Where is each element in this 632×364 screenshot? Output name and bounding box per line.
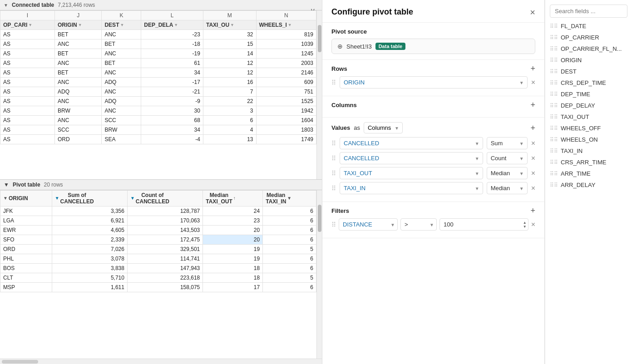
- pivot-cell[interactable]: 2,339: [52, 235, 127, 244]
- pivot-cell[interactable]: 20: [203, 235, 263, 244]
- filter-field-select[interactable]: DISTANCE: [339, 218, 398, 231]
- values-add-button[interactable]: +: [530, 124, 535, 132]
- value-field-select-1[interactable]: CANCELLED: [340, 137, 483, 149]
- sheet-cell[interactable]: 819: [256, 30, 316, 39]
- field-list-item[interactable]: ⠿⠿DEP_TIME: [545, 89, 632, 100]
- values-as-select[interactable]: Columns Rows: [364, 122, 403, 133]
- sheet-cell[interactable]: AS: [0, 78, 55, 87]
- field-list-item[interactable]: ⠿⠿OP_CARRIER: [545, 32, 632, 43]
- pivot-col-sum-cancelled[interactable]: ▼ Sum ofCANCELLED: [52, 190, 127, 206]
- sheet-cell[interactable]: 22: [203, 97, 256, 106]
- sheet-cell[interactable]: 16: [203, 78, 256, 87]
- col-header-origin[interactable]: ORIGIN▼: [55, 20, 102, 30]
- search-fields-input[interactable]: [550, 5, 627, 18]
- value-field-select-4[interactable]: TAXI_IN: [340, 182, 483, 194]
- pivot-scrollbar[interactable]: [316, 190, 322, 359]
- field-list-item[interactable]: ⠿⠿FL_DATE: [545, 20, 632, 32]
- filters-add-button[interactable]: +: [530, 207, 535, 215]
- sheet-cell[interactable]: BET: [55, 30, 102, 39]
- sheet-cell[interactable]: -9: [141, 97, 203, 106]
- pivot-cell[interactable]: 172,475: [127, 235, 202, 244]
- pivot-cell[interactable]: 170,063: [127, 216, 202, 225]
- pivot-source-box[interactable]: ⊕ Sheet1!I3 Data table: [331, 39, 535, 54]
- sheet-cell[interactable]: 609: [256, 78, 316, 87]
- field-list-item[interactable]: ⠿⠿TAXI_OUT: [545, 111, 632, 123]
- filter-remove-button[interactable]: ×: [531, 221, 535, 228]
- sheet-cell[interactable]: AS: [0, 87, 55, 97]
- col-header-wheels-off[interactable]: WHEELS_I▼: [256, 20, 316, 30]
- sheet-cell[interactable]: ANC: [102, 106, 141, 116]
- sheet-cell[interactable]: 12: [203, 59, 256, 68]
- spinner-down-icon[interactable]: ▼: [523, 225, 527, 228]
- sheet-cell[interactable]: ADQ: [102, 78, 141, 87]
- pivot-cell[interactable]: 329,501: [127, 244, 202, 254]
- sheet-cell[interactable]: ORD: [55, 135, 102, 144]
- agg-select-1[interactable]: Sum Count Median: [487, 137, 528, 149]
- sheet-cell[interactable]: SCC: [102, 116, 141, 125]
- sheet-cell[interactable]: BET: [102, 59, 141, 68]
- sheet-cell[interactable]: 2003: [256, 59, 316, 68]
- rows-field-select[interactable]: ORIGIN: [340, 76, 528, 89]
- sheet-cell[interactable]: BET: [55, 68, 102, 78]
- col-header-taxi-out[interactable]: TAXI_OU▼: [203, 20, 256, 30]
- sheet-cell[interactable]: 14: [203, 49, 256, 59]
- rows-drag-handle[interactable]: ⠿: [331, 79, 336, 86]
- field-list-item[interactable]: ⠿⠿CRS_DEP_TIME: [545, 77, 632, 89]
- sheet-cell[interactable]: AS: [0, 59, 55, 68]
- sheet-cell[interactable]: ADQ: [102, 97, 141, 106]
- sheet-cell[interactable]: ANC: [102, 30, 141, 39]
- filter-value-spinner[interactable]: ▲ ▼: [523, 221, 527, 228]
- pivot-cell[interactable]: PHL: [0, 254, 52, 263]
- field-list-item[interactable]: ⠿⠿ARR_TIME: [545, 168, 632, 179]
- pivot-cell[interactable]: 6: [263, 216, 316, 225]
- sheet-cell[interactable]: ANC: [102, 49, 141, 59]
- sheet-cell[interactable]: SCC: [55, 125, 102, 135]
- pivot-cell[interactable]: 24: [203, 206, 263, 216]
- field-list-item[interactable]: ⠿⠿CRS_ARR_TIME: [545, 157, 632, 168]
- pivot-cell[interactable]: 4,605: [52, 225, 127, 235]
- field-list-item[interactable]: ⠿⠿DEST: [545, 66, 632, 77]
- sheet-cell[interactable]: AS: [0, 106, 55, 116]
- value-field-select-2[interactable]: CANCELLED: [340, 152, 483, 164]
- pivot-cell[interactable]: 6: [263, 263, 316, 273]
- sheet-cell[interactable]: 34: [141, 125, 203, 135]
- sheet-cell[interactable]: 1942: [256, 106, 316, 116]
- pivot-cell[interactable]: 5,710: [52, 273, 127, 282]
- pivot-cell[interactable]: BOS: [0, 263, 52, 273]
- spinner-up-icon[interactable]: ▲: [523, 221, 527, 224]
- pivot-cell[interactable]: 17: [203, 282, 263, 292]
- sheet-cell[interactable]: -21: [141, 87, 203, 97]
- field-list-item[interactable]: ⠿⠿ORIGIN: [545, 54, 632, 66]
- filter-value-input[interactable]: [439, 218, 528, 231]
- col-header-dep-delay[interactable]: DEP_DELA▼: [141, 20, 203, 30]
- value-drag-handle-4[interactable]: ⠿: [331, 185, 336, 192]
- pivot-cell[interactable]: 6: [263, 225, 316, 235]
- pivot-cell[interactable]: 6: [263, 235, 316, 244]
- sheet-cell[interactable]: 30: [141, 106, 203, 116]
- pivot-cell[interactable]: 19: [203, 254, 263, 263]
- col-header-op-carrier[interactable]: OP_CARI▼: [0, 20, 55, 30]
- sheet-cell[interactable]: 13: [203, 135, 256, 144]
- sheet-cell[interactable]: AS: [0, 135, 55, 144]
- sheet-cell[interactable]: ADQ: [55, 87, 102, 97]
- sheet-cell[interactable]: 3: [203, 106, 256, 116]
- agg-select-3[interactable]: Median Sum Count: [487, 167, 528, 179]
- sheet-cell[interactable]: AS: [0, 97, 55, 106]
- filter-drag-handle[interactable]: ⠿: [331, 221, 336, 228]
- sheet-cell[interactable]: 12: [203, 68, 256, 78]
- pivot-cell[interactable]: 3,078: [52, 254, 127, 263]
- sheet-cell[interactable]: AS: [0, 68, 55, 78]
- field-list-item[interactable]: ⠿⠿DEP_DELAY: [545, 100, 632, 111]
- pivot-cell[interactable]: 223,618: [127, 273, 202, 282]
- value-remove-2[interactable]: ×: [531, 155, 535, 162]
- sheet-cell[interactable]: -23: [141, 30, 203, 39]
- pivot-cell[interactable]: 7,026: [52, 244, 127, 254]
- sheet-cell[interactable]: AS: [0, 49, 55, 59]
- field-list-item[interactable]: ⠿⠿OP_CARRIER_FL_N...: [545, 43, 632, 54]
- sheet-cell[interactable]: BRW: [55, 106, 102, 116]
- sheet-cell[interactable]: ANC: [55, 116, 102, 125]
- value-remove-1[interactable]: ×: [531, 140, 535, 147]
- sheet-cell[interactable]: 7: [203, 87, 256, 97]
- spreadsheet-scrollbar[interactable]: [316, 10, 322, 179]
- pivot-cell[interactable]: 20: [203, 225, 263, 235]
